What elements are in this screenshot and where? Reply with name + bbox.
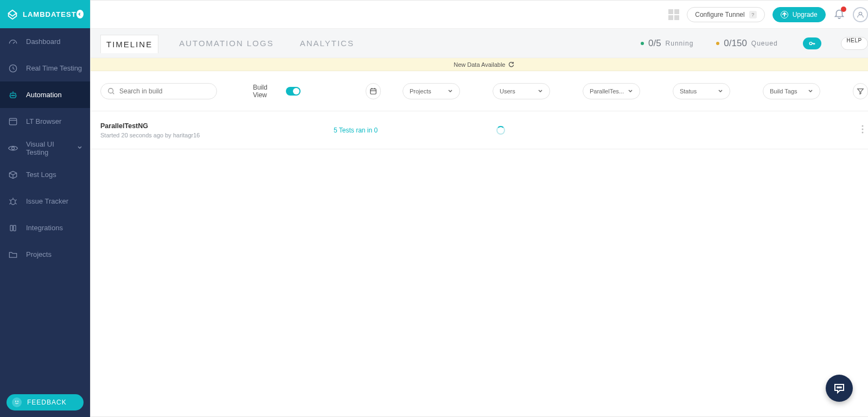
- upgrade-label: Upgrade: [793, 11, 818, 18]
- parallel-tests-dropdown[interactable]: ParallelTes...: [583, 83, 640, 99]
- sidebar-item-dashboard[interactable]: Dashboard: [0, 28, 90, 55]
- chevron-down-icon: [808, 89, 813, 94]
- svg-rect-4: [9, 118, 16, 125]
- build-name: ParallelTestNG: [100, 122, 334, 130]
- svg-point-2: [12, 95, 13, 96]
- upgrade-button[interactable]: Upgrade: [773, 7, 826, 22]
- status-label: Status: [680, 88, 697, 94]
- build-tags-label: Build Tags: [770, 88, 797, 94]
- sidebar-item-label: Dashboard: [26, 37, 61, 46]
- running-count: 0/5: [648, 38, 661, 49]
- feedback-button[interactable]: FEEDBACK: [7, 394, 84, 410]
- access-key-toggle[interactable]: [803, 37, 821, 49]
- queued-status: 0/150 Queued: [716, 38, 777, 49]
- sidebar-header: LAMBDATEST: [0, 0, 90, 28]
- search-input[interactable]: [119, 87, 210, 95]
- sidebar-item-automation[interactable]: Automation: [0, 81, 90, 108]
- filter-button[interactable]: [853, 83, 868, 99]
- queued-count: 0/150: [724, 38, 747, 49]
- sidebar-item-visual-ui-testing[interactable]: Visual UI Testing: [0, 135, 90, 161]
- users-dropdown[interactable]: Users: [493, 83, 550, 99]
- build-tags-dropdown[interactable]: Build Tags: [763, 83, 820, 99]
- help-icon: ?: [749, 11, 757, 18]
- loading-spinner-icon: [496, 126, 505, 135]
- sidebar-item-label: Visual UI Testing: [26, 140, 69, 156]
- chevron-down-icon: [538, 89, 543, 94]
- chat-fab[interactable]: [826, 375, 853, 402]
- svg-point-9: [15, 401, 16, 401]
- chevron-left-icon: [78, 12, 82, 16]
- box-icon: [8, 169, 18, 180]
- projects-label: Projects: [410, 88, 431, 94]
- logo[interactable]: LAMBDATEST: [7, 8, 76, 20]
- browser-icon: [8, 116, 18, 127]
- svg-rect-14: [371, 89, 376, 94]
- filter-icon: [857, 87, 864, 95]
- topbar: Configure Tunnel ? Upgrade: [91, 1, 868, 29]
- bug-icon: [8, 196, 18, 207]
- status-dot-queued-icon: [716, 42, 719, 45]
- sidebar-item-label: Projects: [26, 250, 52, 258]
- sidebar-item-label: Integrations: [26, 224, 63, 232]
- apps-grid-icon[interactable]: [668, 9, 679, 20]
- tab-analytics[interactable]: ANALYTICS: [295, 34, 360, 52]
- svg-point-13: [108, 88, 113, 93]
- sidebar-item-realtime-testing[interactable]: Real Time Testing: [0, 55, 90, 81]
- svg-point-17: [861, 131, 863, 133]
- date-picker-button[interactable]: [366, 83, 381, 99]
- svg-point-3: [14, 95, 15, 96]
- status-dropdown[interactable]: Status: [673, 83, 730, 99]
- sidebar-item-label: LT Browser: [26, 117, 61, 125]
- clock-icon: [8, 63, 18, 74]
- calendar-icon: [369, 87, 377, 95]
- svg-rect-7: [10, 225, 12, 231]
- notifications-button[interactable]: [833, 8, 845, 22]
- plug-icon: [8, 223, 18, 233]
- banner-text: New Data Available: [454, 61, 505, 68]
- user-avatar[interactable]: [853, 7, 868, 22]
- sidebar-item-lt-browser[interactable]: LT Browser: [0, 108, 90, 135]
- key-icon: [808, 39, 816, 48]
- feedback-label: FEEDBACK: [27, 399, 67, 406]
- filterbar: Build View Projects Users ParallelTes...…: [91, 71, 868, 111]
- svg-point-10: [17, 401, 18, 401]
- svg-point-6: [11, 199, 15, 204]
- sidebar-item-label: Automation: [26, 91, 62, 99]
- more-vertical-icon: [861, 125, 864, 134]
- tab-automation-logs[interactable]: AUTOMATION LOGS: [174, 34, 279, 52]
- build-view-switch[interactable]: [286, 87, 301, 96]
- sidebar-collapse-button[interactable]: [76, 10, 84, 18]
- build-row[interactable]: ParallelTestNG Started 20 seconds ago by…: [91, 111, 868, 149]
- svg-point-16: [861, 128, 863, 130]
- chat-icon: [833, 382, 846, 395]
- robot-icon: [8, 90, 18, 100]
- queued-label: Queued: [751, 40, 778, 47]
- user-icon: [856, 10, 865, 19]
- build-meta: Started 20 seconds ago by haritagr16: [100, 132, 334, 138]
- svg-point-5: [12, 147, 15, 149]
- sidebar-item-issue-tracker[interactable]: Issue Tracker: [0, 188, 90, 214]
- gauge-icon: [8, 36, 18, 47]
- search-build[interactable]: [100, 83, 217, 99]
- search-icon: [107, 87, 115, 95]
- sidebar-item-test-logs[interactable]: Test Logs: [0, 161, 90, 188]
- build-view-toggle-group: Build View: [253, 84, 301, 99]
- folder-icon: [8, 249, 18, 260]
- configure-tunnel-label: Configure Tunnel: [695, 11, 744, 18]
- smile-icon: [12, 397, 22, 407]
- projects-dropdown[interactable]: Projects: [403, 83, 460, 99]
- sidebar-item-projects[interactable]: Projects: [0, 241, 90, 268]
- new-data-banner[interactable]: New Data Available: [91, 58, 868, 71]
- chevron-down-icon: [77, 144, 82, 152]
- sidebar-item-integrations[interactable]: Integrations: [0, 214, 90, 241]
- svg-rect-1: [10, 93, 16, 97]
- tabbar: TIMELINE AUTOMATION LOGS ANALYTICS 0/5 R…: [91, 29, 868, 58]
- help-button[interactable]: HELP: [841, 37, 868, 50]
- chevron-down-icon: [448, 89, 453, 94]
- arrow-up-icon: [781, 11, 788, 18]
- eye-icon: [8, 143, 18, 154]
- configure-tunnel-button[interactable]: Configure Tunnel ?: [687, 7, 764, 22]
- tab-timeline[interactable]: TIMELINE: [100, 35, 158, 53]
- build-row-menu[interactable]: [857, 125, 868, 136]
- main: Configure Tunnel ? Upgrade TIMELINE AUTO…: [90, 0, 868, 417]
